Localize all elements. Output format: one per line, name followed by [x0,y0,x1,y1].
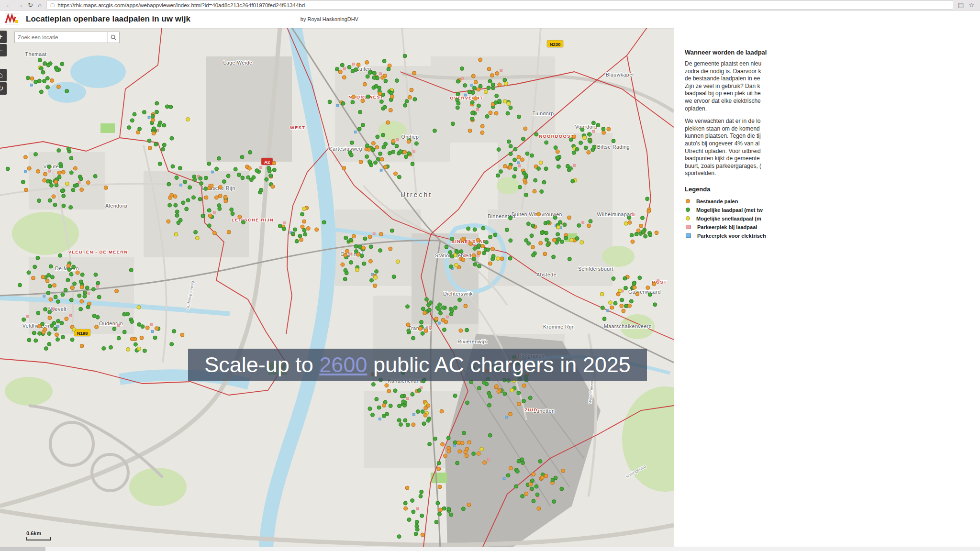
charger-dot [69,206,73,209]
search-input[interactable] [15,34,107,40]
charger-dot [222,180,226,184]
charger-dot [468,90,471,94]
charger-dot [623,276,627,280]
info-paragraph-line: kunnen plaatsen. Tegen die tij [685,132,980,140]
charger-dot [79,280,83,284]
caption-link[interactable]: 2600 [319,353,367,377]
charger-dot [564,236,568,240]
charger-dot [104,186,108,189]
charger-dot [542,180,546,184]
charger-dot [354,244,358,248]
charger-dot [517,391,521,395]
charger-dot [41,70,45,74]
zoom-in-button[interactable]: + [0,31,7,43]
home-extent-button[interactable]: ⌂ [0,69,7,81]
charger-dot [513,147,517,151]
charger-dot [46,63,50,67]
back-icon[interactable]: ← [6,0,12,11]
charger-dot [635,292,639,296]
legend-item: Parkeerplek bij laadpaal [686,223,980,231]
charger-dot [39,66,43,70]
zoom-out-button[interactable]: − [0,44,7,56]
charger-dot [161,147,165,151]
legend-label: Parkeerplek bij laadpaal [697,224,757,230]
charger-dot [465,328,469,332]
legend-item: Bestaande palen [686,197,980,206]
address-bar[interactable]: ▢ https://rhk.maps.arcgis.com/apps/webap… [46,0,953,10]
parking-square-blue [380,169,382,171]
charger-dot [347,65,351,69]
charger-dot [518,185,522,189]
charger-dot [509,144,512,148]
charger-dot [72,265,76,269]
charger-dot [355,268,359,272]
charger-dot [407,329,411,333]
charger-dot [629,299,633,303]
charger-dot [424,329,428,332]
scrollbar-thumb[interactable] [0,547,45,551]
charger-dot [378,92,382,96]
charger-dot [37,199,41,203]
charger-dot [174,232,178,236]
charger-dot [540,231,544,235]
browser-chrome: ← → ↻ ⌂ ▢ https://rhk.maps.arcgis.com/ap… [0,0,980,11]
locate-button[interactable]: ↻ [0,82,7,95]
charger-dot [365,144,369,148]
charger-dot [428,442,432,446]
charger-dot [609,301,612,305]
charger-dot [497,390,501,394]
charger-dot [571,179,575,183]
charger-dot [27,166,31,170]
charger-dot [126,347,130,351]
charger-dot [57,171,61,175]
charger-dot [407,140,411,143]
charger-dot [535,132,538,136]
charger-dot [368,407,372,411]
search-icon[interactable] [107,32,119,43]
district-label: ZUID [525,407,538,412]
charger-dot [162,143,166,147]
charger-dot [363,82,367,86]
charger-dot [482,251,486,255]
charger-dot [545,238,548,242]
home-icon[interactable]: ⌂ [38,0,42,11]
charger-dot [471,91,475,95]
charger-dot [553,216,557,220]
horizontal-scrollbar[interactable] [0,547,980,551]
charger-dot [447,507,451,511]
charger-dot [520,458,524,462]
charger-dot [352,234,356,238]
forward-icon[interactable]: → [17,0,23,11]
charger-dot [514,485,518,488]
charger-dot [61,335,65,339]
charger-dot [487,391,491,395]
charger-dot [471,111,475,115]
charger-dot [204,187,208,190]
charger-dot [147,139,151,143]
charger-dot [252,176,256,179]
caption-text-prefix: Scale-up to [204,353,319,377]
charger-dot [322,220,326,224]
charger-dot [301,212,304,216]
charger-dot [580,128,584,132]
charger-dot [344,268,347,272]
parking-square-pink [657,280,659,282]
charger-dot [633,286,636,289]
charger-dot [563,223,567,227]
reading-view-icon[interactable]: ▤ [958,0,964,11]
favorite-star-icon[interactable]: ☆ [969,0,974,11]
refresh-icon[interactable]: ↻ [28,0,33,11]
charger-dot [506,111,510,115]
parking-square-blue [503,477,505,480]
charger-dot [27,271,31,275]
parking-square-pink [396,139,399,141]
parking-square-pink [343,67,345,70]
charger-dot [371,383,375,386]
scale-line [26,537,51,540]
charger-dot [627,216,631,220]
charger-dot [648,293,652,297]
charger-dot [383,105,387,109]
charger-dot [133,112,136,116]
charger-dot [224,199,228,203]
map-canvas[interactable]: A2N230N198 OudenrijnsewegWaterliniewegKo… [0,28,674,551]
